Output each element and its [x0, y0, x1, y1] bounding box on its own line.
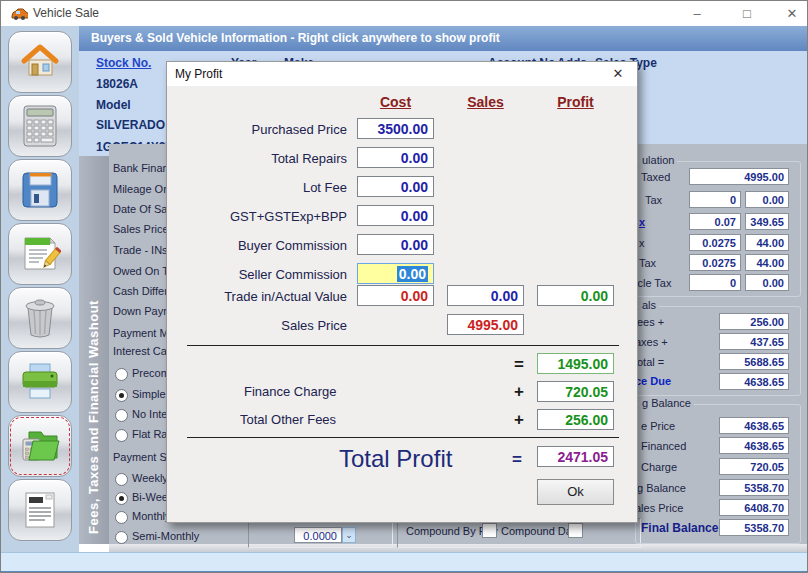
- trash-icon: [21, 297, 59, 339]
- gst-label: GST+GSTExp+BPP: [172, 209, 347, 224]
- financing-row-label: e Price: [641, 420, 675, 432]
- tax-rate-field[interactable]: 0.0275: [689, 234, 741, 251]
- radio-no-interest[interactable]: [115, 409, 128, 422]
- trade-in-sales-field[interactable]: 0.00: [447, 285, 524, 306]
- rate-dropdown-arrow-icon[interactable]: ⌄: [342, 527, 356, 543]
- financing-row-label: Charge: [641, 461, 677, 473]
- financing-field[interactable]: 5358.70: [719, 479, 789, 496]
- window-title: Vehicle Sale: [33, 6, 99, 20]
- divider-line: [187, 345, 619, 346]
- tab-fees-taxes-washout[interactable]: Fees, Taxes and Financial Washout: [79, 156, 109, 544]
- radio-semi-monthly[interactable]: [115, 531, 128, 544]
- print-button[interactable]: [8, 351, 72, 413]
- status-bar: [1, 552, 808, 573]
- field-label: Owed On Tr: [113, 265, 172, 277]
- model-label: Model: [96, 98, 131, 112]
- gst-field[interactable]: 0.00: [357, 205, 434, 226]
- tax-rate-field[interactable]: 0.0275: [689, 254, 741, 271]
- tax-amount-field[interactable]: 44.00: [745, 254, 789, 271]
- tax-amount-field[interactable]: 349.65: [745, 213, 789, 230]
- sales-price-label: Sales Price: [172, 318, 347, 333]
- tax-row-label: icle Tax: [635, 277, 671, 289]
- tax-rate-field[interactable]: 0: [689, 191, 741, 208]
- finance-charge-field[interactable]: 720.05: [537, 381, 614, 402]
- radio-biweekly[interactable]: [115, 492, 128, 505]
- final-balance-due-field[interactable]: 5358.70: [719, 519, 789, 536]
- total-other-fees-label: Total Other Fees: [240, 412, 336, 427]
- minimize-button[interactable]: –: [682, 4, 712, 24]
- trade-in-cost-field[interactable]: 0.00: [357, 285, 434, 306]
- washout-calculator-icon: [19, 427, 61, 465]
- washout-button[interactable]: [8, 415, 72, 477]
- total-repairs-label: Total Repairs: [172, 151, 347, 166]
- radio-precomputed[interactable]: [115, 368, 128, 381]
- home-button[interactable]: [8, 31, 72, 93]
- lot-fee-field[interactable]: 0.00: [357, 176, 434, 197]
- total-profit-field[interactable]: 2471.05: [537, 446, 614, 467]
- total-other-fees-field[interactable]: 256.00: [537, 409, 614, 430]
- tax-row-label: Tax: [639, 257, 656, 269]
- trade-in-profit-field[interactable]: 0.00: [537, 285, 614, 306]
- sales-price-field[interactable]: 4995.00: [447, 314, 524, 335]
- radio-monthly[interactable]: [115, 511, 128, 524]
- lot-fee-label: Lot Fee: [172, 180, 347, 195]
- tax-rate-field[interactable]: 0.07: [689, 213, 741, 230]
- interest-group-title: Interest Cal: [113, 345, 169, 357]
- totals-field[interactable]: 256.00: [719, 313, 789, 330]
- stock-no-link[interactable]: Stock No.: [96, 56, 151, 70]
- edit-note-button[interactable]: [8, 223, 72, 285]
- equals-sign: =: [507, 450, 527, 470]
- dialog-title: My Profit: [175, 67, 222, 81]
- financing-field[interactable]: 4638.65: [719, 417, 789, 434]
- totals-row-label: axes +: [635, 336, 668, 348]
- maximize-button[interactable]: □: [732, 4, 762, 24]
- radio-weekly[interactable]: [115, 473, 128, 486]
- tax-amount-field[interactable]: 0.00: [745, 274, 789, 291]
- tax-rate-field[interactable]: 0: [689, 274, 741, 291]
- tax-amount-field[interactable]: 0.00: [745, 191, 789, 208]
- financing-field[interactable]: 720.05: [719, 458, 789, 475]
- compound-by-pay-checkbox[interactable]: [482, 523, 497, 538]
- sales-column-header: Sales: [447, 94, 524, 110]
- delete-button[interactable]: [8, 287, 72, 349]
- totals-group-title: als: [639, 299, 659, 311]
- my-profit-dialog: My Profit ✕ Cost Sales Profit Purchased …: [166, 61, 638, 523]
- tax-amount-field[interactable]: 4995.00: [689, 168, 789, 185]
- seller-commission-field[interactable]: 0.00: [357, 263, 434, 284]
- close-button[interactable]: ✕: [777, 4, 807, 24]
- trade-in-label: Trade in/Actual Value: [172, 289, 347, 304]
- totals-field[interactable]: 437.65: [719, 333, 789, 350]
- financing-row-label: ales Price: [635, 502, 683, 514]
- buyer-commission-field[interactable]: 0.00: [357, 234, 434, 255]
- buyer-commission-label: Buyer Commission: [172, 238, 347, 253]
- dialog-close-icon[interactable]: ✕: [609, 66, 627, 81]
- compound-daily-checkbox[interactable]: [568, 523, 583, 538]
- calculator-button[interactable]: [8, 95, 72, 157]
- tax-link-label[interactable]: x: [639, 216, 645, 228]
- tax-amount-field[interactable]: 44.00: [745, 234, 789, 251]
- radio-simple-interest[interactable]: [115, 389, 128, 402]
- purchased-price-label: Purchased Price: [172, 122, 347, 137]
- totals-field[interactable]: 5688.65: [719, 353, 789, 370]
- report-button[interactable]: [8, 479, 72, 541]
- seller-commission-label: Seller Commission: [172, 267, 347, 282]
- financing-field[interactable]: 4638.65: [719, 437, 789, 454]
- rate-input[interactable]: 0.0000: [294, 527, 342, 543]
- tax-group-title: ulation: [639, 154, 677, 166]
- financing-field[interactable]: 6408.70: [719, 499, 789, 516]
- dialog-titlebar[interactable]: My Profit ✕: [167, 62, 637, 86]
- save-button[interactable]: [8, 159, 72, 221]
- subtotal-field[interactable]: 1495.00: [537, 353, 614, 374]
- radio-flat-rate[interactable]: [115, 429, 128, 442]
- balance-due-field[interactable]: 4638.65: [719, 373, 789, 390]
- field-label: Trade - INs: [113, 244, 168, 256]
- ok-button[interactable]: Ok: [537, 479, 614, 505]
- printer-icon: [19, 362, 61, 402]
- purchased-price-field[interactable]: 3500.00: [357, 118, 434, 139]
- profit-column-header: Profit: [537, 94, 614, 110]
- total-repairs-field[interactable]: 0.00: [357, 147, 434, 168]
- radio-label: Weekly: [132, 472, 168, 484]
- titlebar: Vehicle Sale – □ ✕: [1, 1, 808, 26]
- schedule-group-title: Payment Sc: [113, 451, 172, 463]
- selected-text: 0.00: [397, 266, 428, 282]
